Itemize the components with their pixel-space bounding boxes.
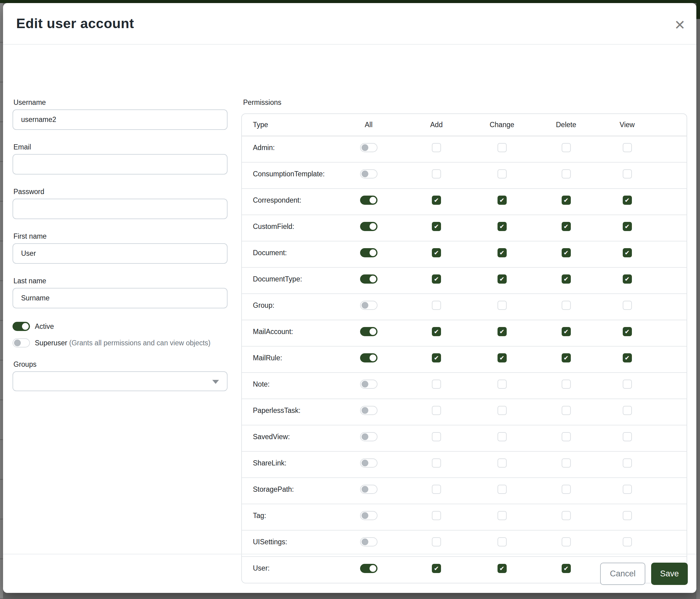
permission-change-checkbox[interactable]: [498, 169, 507, 178]
permission-add-checkbox[interactable]: [432, 406, 441, 415]
toggle-knob: [361, 433, 368, 440]
permission-all-toggle[interactable]: [360, 248, 377, 257]
password-field[interactable]: [12, 199, 227, 219]
permission-add-checkbox[interactable]: [432, 380, 441, 389]
permission-delete-checkbox[interactable]: ✔: [561, 353, 571, 362]
permission-delete-checkbox[interactable]: [561, 406, 571, 415]
permission-change-checkbox[interactable]: [498, 301, 507, 310]
permission-view-checkbox[interactable]: [623, 511, 632, 520]
permission-delete-checkbox[interactable]: [561, 380, 571, 389]
superuser-toggle[interactable]: [12, 338, 30, 348]
permission-view-checkbox[interactable]: [623, 406, 632, 415]
permission-all-toggle[interactable]: [360, 432, 377, 441]
row-spacer: [657, 320, 686, 346]
permission-change-checkbox[interactable]: [498, 511, 507, 520]
permission-add-checkbox[interactable]: ✔: [432, 248, 441, 257]
permission-view-checkbox[interactable]: [623, 169, 632, 178]
active-toggle[interactable]: [12, 322, 30, 331]
permission-add-checkbox[interactable]: ✔: [432, 274, 441, 284]
permission-add-checkbox[interactable]: ✔: [432, 196, 441, 205]
permission-add-checkbox[interactable]: [432, 301, 441, 310]
permission-delete-checkbox[interactable]: ✔: [561, 222, 571, 231]
permission-delete-checkbox[interactable]: [561, 485, 571, 494]
row-spacer: [657, 162, 686, 189]
permission-all-toggle[interactable]: [360, 406, 377, 415]
column-header-all: All: [333, 114, 404, 136]
permission-delete-checkbox[interactable]: [561, 458, 571, 468]
permission-change-checkbox[interactable]: [498, 432, 507, 441]
permission-change-checkbox[interactable]: [498, 537, 507, 546]
permission-view-checkbox[interactable]: [623, 458, 632, 468]
permission-all-toggle[interactable]: [360, 196, 377, 205]
permission-add-checkbox[interactable]: [432, 537, 441, 546]
permission-change-checkbox[interactable]: [498, 406, 507, 415]
permission-add-checkbox[interactable]: [432, 511, 441, 520]
permission-change-checkbox[interactable]: ✔: [498, 248, 507, 257]
email-field[interactable]: [12, 154, 227, 174]
permission-all-toggle[interactable]: [360, 458, 377, 468]
permission-add-checkbox[interactable]: [432, 143, 441, 152]
row-spacer: [657, 189, 686, 215]
permission-view-checkbox[interactable]: ✔: [623, 196, 632, 205]
permission-delete-checkbox[interactable]: [561, 432, 571, 441]
permission-delete-checkbox[interactable]: ✔: [561, 327, 571, 336]
permission-change-checkbox[interactable]: [498, 485, 507, 494]
permission-delete-checkbox[interactable]: ✔: [561, 274, 571, 284]
permission-view-checkbox[interactable]: ✔: [623, 222, 632, 231]
permission-view-checkbox[interactable]: [623, 143, 632, 152]
permission-add-checkbox[interactable]: [432, 485, 441, 494]
close-icon[interactable]: ✕: [671, 17, 689, 33]
permission-all-toggle[interactable]: [360, 143, 377, 152]
permission-add-checkbox[interactable]: ✔: [432, 222, 441, 231]
permission-delete-checkbox[interactable]: [561, 301, 571, 310]
permission-view-checkbox[interactable]: [623, 485, 632, 494]
permission-add-checkbox[interactable]: ✔: [432, 353, 441, 362]
permission-all-toggle[interactable]: [360, 537, 377, 546]
permission-change-checkbox[interactable]: [498, 380, 507, 389]
permission-add-checkbox[interactable]: ✔: [432, 327, 441, 336]
permission-delete-checkbox[interactable]: [561, 537, 571, 546]
permission-delete-checkbox[interactable]: [561, 169, 571, 178]
permission-delete-checkbox[interactable]: [561, 511, 571, 520]
permission-delete-checkbox[interactable]: ✔: [561, 248, 571, 257]
permission-row: MailAccount:✔✔✔✔: [242, 320, 686, 346]
permission-all-toggle[interactable]: [360, 222, 377, 231]
permission-change-checkbox[interactable]: [498, 143, 507, 152]
permission-change-checkbox[interactable]: ✔: [498, 274, 507, 284]
username-input[interactable]: [12, 110, 227, 130]
permission-all-toggle[interactable]: [360, 327, 377, 336]
first-name-field[interactable]: [12, 243, 227, 264]
permission-change-checkbox[interactable]: ✔: [498, 353, 507, 362]
permission-delete-checkbox[interactable]: ✔: [561, 196, 571, 205]
permission-all-toggle[interactable]: [360, 380, 377, 389]
permission-all-toggle[interactable]: [360, 485, 377, 494]
permission-add-checkbox[interactable]: [432, 432, 441, 441]
permission-type-label: PaperlessTask:: [242, 399, 333, 425]
permission-all-toggle[interactable]: [360, 169, 377, 178]
permission-row: SavedView:: [242, 425, 686, 451]
permission-view-checkbox[interactable]: [623, 301, 632, 310]
permission-view-checkbox[interactable]: ✔: [623, 353, 632, 362]
permission-change-checkbox[interactable]: ✔: [498, 327, 507, 336]
permission-add-checkbox[interactable]: [432, 169, 441, 178]
permission-change-checkbox[interactable]: ✔: [498, 222, 507, 231]
permission-add-checkbox[interactable]: [432, 458, 441, 468]
permission-change-checkbox[interactable]: ✔: [498, 196, 507, 205]
permission-view-checkbox[interactable]: ✔: [623, 274, 632, 284]
cancel-button[interactable]: Cancel: [600, 562, 645, 585]
permission-view-checkbox[interactable]: ✔: [623, 248, 632, 257]
permission-all-toggle[interactable]: [360, 511, 377, 520]
permission-all-toggle[interactable]: [360, 274, 377, 284]
permission-delete-checkbox[interactable]: [561, 143, 571, 152]
permission-view-checkbox[interactable]: ✔: [623, 327, 632, 336]
permission-view-checkbox[interactable]: [623, 537, 632, 546]
toggle-knob: [361, 486, 368, 493]
permission-view-checkbox[interactable]: [623, 432, 632, 441]
permission-change-checkbox[interactable]: [498, 458, 507, 468]
permission-all-toggle[interactable]: [360, 353, 377, 362]
permission-view-checkbox[interactable]: [623, 380, 632, 389]
last-name-field[interactable]: [12, 288, 227, 308]
permission-all-toggle[interactable]: [360, 301, 377, 310]
groups-select[interactable]: [12, 371, 227, 391]
save-button[interactable]: Save: [651, 562, 688, 585]
